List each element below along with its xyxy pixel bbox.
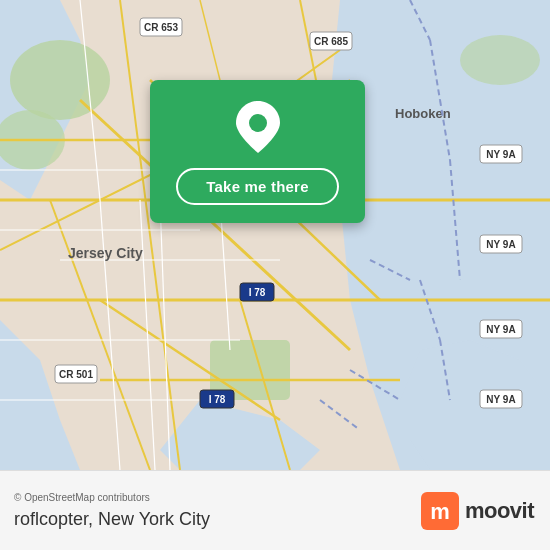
copyright-text: © OpenStreetMap contributors <box>14 492 210 503</box>
app-name: roflcopter, <box>14 509 93 530</box>
svg-text:CR 501: CR 501 <box>59 369 93 380</box>
svg-text:CR 685: CR 685 <box>314 36 348 47</box>
svg-text:Jersey City: Jersey City <box>68 245 143 261</box>
svg-point-9 <box>460 35 540 85</box>
svg-text:I 78: I 78 <box>249 287 266 298</box>
location-popup: Take me there <box>150 80 365 223</box>
take-me-there-button[interactable]: Take me there <box>176 168 338 205</box>
location-icon-container <box>231 100 285 154</box>
svg-text:NY 9A: NY 9A <box>486 239 515 250</box>
location-pin-icon <box>236 101 280 153</box>
map-view[interactable]: CR 653 CR 685 CR 501 NY 9A NY 9A NY 9A N… <box>0 0 550 470</box>
map-svg: CR 653 CR 685 CR 501 NY 9A NY 9A NY 9A N… <box>0 0 550 470</box>
svg-text:CR 653: CR 653 <box>144 22 178 33</box>
bottom-bar: © OpenStreetMap contributors roflcopter,… <box>0 470 550 550</box>
app-location-row: roflcopter, New York City <box>14 509 210 530</box>
svg-text:I 78: I 78 <box>209 394 226 405</box>
svg-text:NY 9A: NY 9A <box>486 149 515 160</box>
bottom-left-info: © OpenStreetMap contributors roflcopter,… <box>14 492 210 530</box>
svg-point-6 <box>10 40 110 120</box>
moovit-icon-svg: m <box>421 492 459 530</box>
moovit-logo: m moovit <box>421 492 534 530</box>
svg-text:m: m <box>430 499 450 524</box>
svg-text:NY 9A: NY 9A <box>486 324 515 335</box>
location-name: New York City <box>98 509 210 530</box>
svg-point-67 <box>249 114 267 132</box>
moovit-brand-text: moovit <box>465 498 534 524</box>
svg-text:NY 9A: NY 9A <box>486 394 515 405</box>
